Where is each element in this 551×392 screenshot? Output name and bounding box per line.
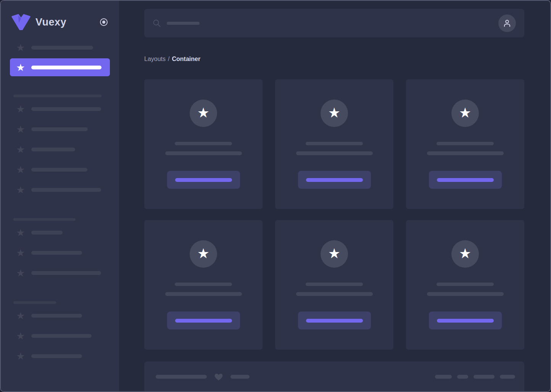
card-badge-circle: ★	[451, 100, 479, 127]
menu-label-placeholder	[31, 354, 82, 358]
card-action-button[interactable]	[167, 312, 240, 329]
app-window: Vuexy ★ ★ ★ ★ ★ ★ ★ ★ ★ ★	[0, 0, 551, 392]
star-icon: ★	[16, 248, 26, 258]
sidebar-menu-item[interactable]: ★	[10, 263, 110, 283]
search-placeholder	[167, 22, 200, 25]
menu-label-placeholder	[31, 251, 82, 255]
sidebar: Vuexy ★ ★ ★ ★ ★ ★ ★ ★ ★ ★	[1, 1, 119, 391]
footer-text-placeholder	[230, 375, 250, 379]
placeholder-card: ★	[275, 220, 393, 350]
menu-label-placeholder	[31, 271, 101, 275]
card-subtitle-placeholder	[296, 151, 373, 155]
star-icon: ★	[16, 104, 26, 114]
card-title-placeholder	[437, 283, 494, 286]
star-icon: ★	[328, 247, 340, 262]
sidebar-section-divider	[10, 218, 110, 221]
sidebar-header: Vuexy	[1, 1, 119, 35]
brand-name: Vuexy	[35, 16, 99, 28]
card-action-button[interactable]	[298, 312, 371, 329]
menu-label-placeholder	[31, 314, 82, 318]
card-action-button[interactable]	[298, 171, 371, 189]
search-bar[interactable]	[144, 9, 524, 37]
footer-left	[156, 372, 250, 382]
star-icon: ★	[197, 247, 209, 262]
card-action-button[interactable]	[429, 312, 502, 329]
button-label-placeholder	[306, 319, 363, 323]
footer-link-placeholder	[435, 375, 452, 379]
sidebar-menu-item[interactable]: ★	[10, 305, 110, 326]
sidebar-menu-item[interactable]: ★	[10, 159, 110, 180]
footer	[144, 361, 524, 392]
heart-icon	[213, 372, 224, 382]
card-badge-circle: ★	[190, 100, 217, 127]
section-label-placeholder	[13, 218, 76, 221]
card-subtitle-placeholder	[296, 292, 373, 296]
sidebar-section-divider	[10, 95, 110, 97]
breadcrumb-separator: /	[168, 56, 169, 62]
button-label-placeholder	[437, 319, 494, 323]
card-badge-circle: ★	[321, 100, 348, 127]
card-title-placeholder	[437, 142, 494, 145]
card-title-placeholder	[306, 142, 363, 145]
sidebar-menu-item[interactable]: ★	[10, 222, 110, 243]
sidebar-menu-item[interactable]: ★	[10, 139, 110, 159]
card-badge-circle: ★	[190, 240, 217, 268]
sidebar-menu: ★ ★ ★ ★ ★ ★ ★ ★ ★ ★ ★ ★ ★	[1, 35, 119, 366]
card-subtitle-placeholder	[165, 151, 242, 155]
star-icon: ★	[328, 106, 340, 121]
star-icon: ★	[16, 331, 26, 341]
card-title-placeholder	[175, 283, 232, 286]
sidebar-section-divider	[10, 301, 110, 304]
button-label-placeholder	[306, 178, 363, 182]
card-action-button[interactable]	[167, 171, 240, 189]
sidebar-menu-item[interactable]: ★	[10, 37, 110, 58]
placeholder-card: ★	[406, 220, 524, 350]
button-label-placeholder	[175, 178, 232, 182]
placeholder-card: ★	[144, 220, 263, 350]
card-action-button[interactable]	[429, 171, 502, 189]
vuexy-logo-icon	[11, 14, 31, 31]
sidebar-menu-item[interactable]: ★	[10, 58, 110, 76]
radio-dot-icon[interactable]	[99, 18, 108, 27]
cards-grid: ★ ★ ★ ★ ★	[144, 79, 524, 350]
sidebar-menu-item[interactable]: ★	[10, 326, 110, 346]
menu-label-placeholder	[31, 107, 101, 111]
sidebar-menu-item[interactable]: ★	[10, 346, 110, 366]
menu-label-placeholder	[31, 148, 75, 151]
button-label-placeholder	[175, 319, 232, 323]
star-icon: ★	[459, 247, 471, 262]
section-label-placeholder	[13, 95, 102, 97]
star-icon: ★	[16, 268, 26, 278]
star-icon: ★	[16, 311, 26, 321]
card-badge-circle: ★	[451, 240, 479, 268]
main-content: Layouts/Container ★ ★ ★ ★	[119, 1, 550, 391]
sidebar-menu-item[interactable]: ★	[10, 180, 110, 200]
star-icon: ★	[16, 63, 26, 72]
menu-label-placeholder	[31, 334, 92, 338]
star-icon: ★	[16, 185, 26, 195]
sidebar-menu-item[interactable]: ★	[10, 243, 110, 263]
menu-label-placeholder	[31, 127, 88, 131]
placeholder-card: ★	[406, 79, 524, 209]
card-subtitle-placeholder	[165, 292, 242, 296]
star-icon: ★	[16, 165, 26, 175]
avatar-button[interactable]	[498, 14, 516, 32]
menu-label-placeholder	[31, 168, 87, 172]
card-subtitle-placeholder	[427, 292, 504, 296]
star-icon: ★	[16, 228, 26, 238]
sidebar-menu-item[interactable]: ★	[10, 99, 110, 119]
footer-link-placeholder	[474, 375, 495, 379]
placeholder-card: ★	[275, 79, 393, 209]
breadcrumb: Layouts/Container	[144, 56, 524, 63]
footer-link-placeholder	[457, 375, 468, 379]
star-icon: ★	[459, 106, 471, 121]
footer-right	[435, 372, 515, 382]
card-badge-circle: ★	[321, 240, 348, 268]
sidebar-menu-item[interactable]: ★	[10, 119, 110, 139]
breadcrumb-parent[interactable]: Layouts	[144, 56, 166, 62]
breadcrumb-current: Container	[172, 56, 201, 62]
menu-label-placeholder	[31, 231, 63, 235]
card-subtitle-placeholder	[427, 151, 504, 155]
footer-text-placeholder	[156, 375, 207, 379]
card-title-placeholder	[175, 142, 232, 145]
